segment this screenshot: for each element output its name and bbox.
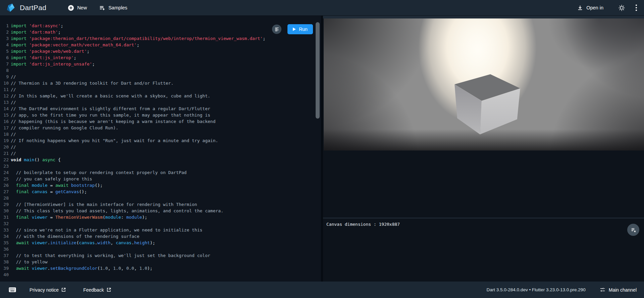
line-number: 21 xyxy=(0,150,9,157)
line-number: 23 xyxy=(0,163,9,169)
header-right-cluster: Open in xyxy=(577,4,637,11)
line-number: 5 xyxy=(0,48,9,54)
samples-button-label: Samples xyxy=(108,5,127,10)
line-number: 31 xyxy=(0,214,9,220)
line-number: 22 xyxy=(0,157,9,163)
code-editor-pane[interactable]: 1import 'dart:async';2import 'dart:math'… xyxy=(0,15,321,282)
line-number: 30 xyxy=(0,208,9,214)
channel-selector-button[interactable]: Main channel xyxy=(600,287,637,293)
code-line: 22void main() async { xyxy=(0,157,321,163)
code-line: 19// If nothing happens when you hit "Ru… xyxy=(0,137,321,144)
keyboard-shortcuts-button[interactable] xyxy=(9,287,16,292)
code-line: 26 final module = await bootstrap(); xyxy=(0,182,321,188)
console-output-line: Canvas dimensions : 644x298 xyxy=(323,218,644,227)
line-number: 9 xyxy=(0,74,9,80)
code-line: 3import 'package:thermion_dart/thermion_… xyxy=(0,35,321,42)
code-line: 31 final viewer = ThermionViewerWasm(mod… xyxy=(0,214,321,220)
code-line: 4import 'package:vector_math/vector_math… xyxy=(0,42,321,48)
open-in-new-icon xyxy=(107,288,111,292)
code-line: 24 // boilerplate to setup our rendering… xyxy=(0,169,321,176)
line-number: 6 xyxy=(0,54,9,61)
render-canvas-3d-viewport[interactable] xyxy=(324,18,644,151)
clear-console-button[interactable] xyxy=(627,224,639,236)
line-number: 24 xyxy=(0,169,9,176)
code-line: 39 await viewer.setBackgroundColor(1.0, … xyxy=(0,265,321,271)
open-in-button[interactable]: Open in xyxy=(577,5,603,11)
line-number: 26 xyxy=(0,182,9,188)
line-number: 27 xyxy=(0,188,9,195)
code-line: 28 xyxy=(0,195,321,201)
line-number: 28 xyxy=(0,195,9,201)
privacy-notice-label: Privacy notice xyxy=(30,287,59,293)
line-number: 35 xyxy=(0,240,9,246)
output-panel-top-strip xyxy=(323,15,644,18)
code-line: 33 // since we're not in a Flutter appli… xyxy=(0,227,321,233)
format-code-button[interactable] xyxy=(272,25,281,34)
line-number: 13 xyxy=(0,99,9,105)
add-circle-icon xyxy=(68,5,74,11)
line-number: 12 xyxy=(0,93,9,99)
tune-icon xyxy=(600,287,605,293)
code-line: 14// The DartPad environment is slightly… xyxy=(0,105,321,112)
code-line: 13// xyxy=(0,99,321,105)
code-line: 38 // to yellow xyxy=(0,259,321,265)
run-button[interactable]: Run xyxy=(287,24,313,34)
pane-divider[interactable] xyxy=(321,15,323,282)
line-number: 33 xyxy=(0,227,9,233)
line-number: 25 xyxy=(0,176,9,182)
code-line: 17// compiler running on Google Cloud Ru… xyxy=(0,125,321,131)
line-number: 10 xyxy=(0,80,9,86)
open-in-new-icon xyxy=(61,288,66,292)
line-number: 34 xyxy=(0,233,9,240)
code-line: 8 xyxy=(0,67,321,74)
code-line: 15// app, so the first time you run this… xyxy=(0,112,321,118)
code-line: 35 await viewer.initialize(canvas.width,… xyxy=(0,240,321,246)
code-line: 6import 'dart:js_interop'; xyxy=(0,54,321,61)
line-number: 1 xyxy=(0,23,9,29)
code-line: 18// xyxy=(0,131,321,137)
code-line: 21// xyxy=(0,150,321,157)
line-number: 3 xyxy=(0,35,9,42)
theme-brightness-button[interactable] xyxy=(618,4,625,11)
samples-button[interactable]: Samples xyxy=(99,5,127,11)
code-line: 11// xyxy=(0,86,321,93)
dartpad-window: DartPad New Samples xyxy=(0,0,644,298)
line-number: 19 xyxy=(0,137,9,144)
line-number: 18 xyxy=(0,131,9,137)
feedback-link[interactable]: Feedback xyxy=(83,287,111,293)
line-number: 17 xyxy=(0,125,9,131)
code-line: 30 // This class lets you load assets, l… xyxy=(0,208,321,214)
privacy-notice-link[interactable]: Privacy notice xyxy=(30,287,66,293)
line-number: 32 xyxy=(0,220,9,227)
line-number: 39 xyxy=(0,265,9,271)
sdk-versions-text: Dart 3.5.0-284.0.dev • Flutter 3.23.0-13… xyxy=(487,287,586,292)
line-number: 40 xyxy=(0,271,9,278)
line-number: 8 xyxy=(0,67,9,74)
line-number: 16 xyxy=(0,118,9,125)
line-number: 7 xyxy=(0,61,9,67)
output-panel: Canvas dimensions : 644x298 xyxy=(323,15,644,282)
download-icon xyxy=(577,5,583,11)
code-line: 12// In this sample, we'll create a basi… xyxy=(0,93,321,99)
code-line: 40 xyxy=(0,271,321,278)
code-line: 23 xyxy=(0,163,321,169)
channel-label: Main channel xyxy=(609,287,637,293)
code-line: 20// xyxy=(0,144,321,150)
code-line: 37 // to test that everything is working… xyxy=(0,252,321,259)
editor-scrollbar-thumb[interactable] xyxy=(316,22,320,119)
code-line: 10// Thermion is a 3D rendering toolkit … xyxy=(0,80,321,86)
code-line: 29 // [ThermionViewer] is the main inter… xyxy=(0,201,321,208)
code-lines: 1import 'dart:async';2import 'dart:math'… xyxy=(0,15,321,282)
line-number: 37 xyxy=(0,252,9,259)
code-line: 27 final canvas = getCanvas(); xyxy=(0,188,321,195)
line-number: 15 xyxy=(0,112,9,118)
cube-3d xyxy=(324,18,644,151)
dartpad-logo-icon xyxy=(6,3,15,12)
run-button-label: Run xyxy=(299,27,308,32)
footer-right-cluster: Dart 3.5.0-284.0.dev • Flutter 3.23.0-13… xyxy=(487,287,637,293)
code-line: 25 // you can safely ignore this xyxy=(0,176,321,182)
overflow-menu-button[interactable] xyxy=(635,4,637,11)
new-button-label: New xyxy=(77,5,87,10)
new-button[interactable]: New xyxy=(68,5,87,11)
code-line: 32 xyxy=(0,220,321,227)
